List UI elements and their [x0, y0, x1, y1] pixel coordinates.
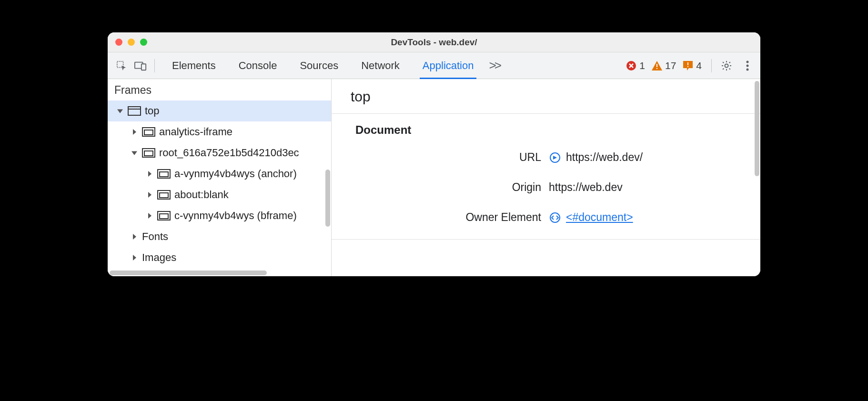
tab-elements[interactable]: Elements — [161, 52, 227, 79]
svg-rect-17 — [144, 151, 153, 156]
panel-tabs: Elements Console Sources Network Applica… — [161, 52, 619, 79]
toolbar: Elements Console Sources Network Applica… — [108, 52, 760, 79]
tree-item-label: c-vynmy4vb4wys (bframe) — [174, 210, 297, 222]
issues-counter[interactable]: 4 — [683, 60, 702, 71]
svg-point-10 — [747, 64, 749, 67]
tree-item-analytics-iframe[interactable]: analytics-iframe — [108, 121, 331, 142]
owner-element-link[interactable]: <#document> — [566, 211, 633, 224]
tab-application[interactable]: Application — [411, 52, 485, 79]
origin-value: https://web.dev — [549, 181, 623, 194]
separator — [332, 239, 760, 240]
reveal-network-icon[interactable] — [549, 151, 561, 164]
svg-rect-19 — [160, 172, 168, 177]
url-value[interactable]: https://web.dev/ — [566, 151, 643, 164]
tree-item-about-blank[interactable]: about:blank — [108, 184, 331, 205]
tree-item-label: about:blank — [174, 189, 229, 201]
svg-rect-4 — [656, 64, 657, 67]
zoom-window-button[interactable] — [140, 39, 147, 46]
device-toolbar-icon[interactable] — [132, 58, 149, 74]
warnings-counter[interactable]: 17 — [652, 60, 676, 71]
chevron-right-icon[interactable] — [146, 212, 153, 220]
sidebar-vertical-scrollbar[interactable] — [325, 170, 330, 227]
iframe-icon — [157, 169, 171, 179]
chevron-right-icon[interactable] — [146, 191, 153, 199]
devtools-window: DevTools - web.dev/ Elements Console Sou… — [108, 32, 760, 276]
issues-count: 4 — [696, 60, 702, 71]
chevron-down-icon[interactable] — [131, 149, 138, 157]
chevron-right-icon[interactable] — [131, 254, 138, 261]
chevron-right-icon[interactable] — [131, 128, 138, 136]
inspect-element-icon[interactable] — [113, 58, 130, 74]
issue-icon — [683, 60, 693, 71]
detail-row-url: URL https://web.dev/ — [332, 142, 760, 172]
tab-sources[interactable]: Sources — [288, 52, 350, 79]
tab-console[interactable]: Console — [227, 52, 289, 79]
iframe-icon — [157, 190, 171, 200]
tree-item-label: root_616a752e1b5d4210d3ec — [159, 147, 299, 159]
frame-detail-panel: top Document URL https://web.dev/ Origin… — [332, 79, 760, 276]
separator — [154, 59, 155, 72]
svg-rect-2 — [141, 64, 146, 70]
tree-item-label: Images — [142, 251, 176, 264]
tree-item-images[interactable]: Images — [108, 247, 331, 268]
chevron-right-icon[interactable] — [146, 170, 153, 178]
frames-sidebar: Frames top — [108, 79, 332, 276]
close-window-button[interactable] — [115, 39, 122, 46]
frames-tree: top analytics-iframe — [108, 100, 331, 268]
reveal-elements-icon[interactable] — [549, 211, 561, 224]
tree-item-top[interactable]: top — [108, 100, 331, 121]
detail-section-title: Document — [332, 114, 760, 142]
tree-item-anchor[interactable]: a-vynmy4vb4wys (anchor) — [108, 163, 331, 184]
status-counters[interactable]: 1 17 4 — [622, 60, 706, 71]
iframe-icon — [157, 211, 171, 221]
chevron-down-icon[interactable] — [116, 107, 124, 115]
detail-key: Origin — [332, 181, 541, 194]
detail-row-owner: Owner Element <#document> — [332, 202, 760, 232]
svg-rect-15 — [144, 130, 153, 135]
iframe-icon — [142, 148, 155, 158]
sidebar-header: Frames — [108, 79, 331, 100]
panel-body: Frames top — [108, 79, 760, 276]
window-icon — [128, 106, 141, 116]
svg-point-11 — [747, 68, 749, 70]
detail-value: https://web.dev/ — [549, 151, 643, 164]
tab-network[interactable]: Network — [350, 52, 411, 79]
detail-key: Owner Element — [332, 211, 541, 224]
tree-item-bframe[interactable]: c-vynmy4vb4wys (bframe) — [108, 205, 331, 226]
errors-counter[interactable]: 1 — [626, 60, 645, 71]
svg-rect-21 — [160, 193, 168, 198]
tree-item-root[interactable]: root_616a752e1b5d4210d3ec — [108, 142, 331, 163]
detail-title: top — [332, 79, 760, 113]
minimize-window-button[interactable] — [128, 39, 135, 46]
window-controls — [108, 39, 147, 46]
separator — [711, 59, 712, 72]
detail-row-origin: Origin https://web.dev — [332, 172, 760, 202]
svg-rect-5 — [656, 68, 657, 69]
tree-item-label: Fonts — [142, 231, 168, 243]
tree-item-label: top — [145, 105, 160, 117]
svg-point-8 — [725, 64, 728, 67]
svg-rect-12 — [128, 107, 141, 115]
chevron-right-icon[interactable] — [131, 233, 138, 241]
warnings-count: 17 — [665, 60, 676, 71]
svg-rect-7 — [687, 66, 688, 67]
window-title: DevTools - web.dev/ — [108, 37, 760, 48]
tree-item-label: a-vynmy4vb4wys (anchor) — [174, 168, 297, 180]
more-tabs-icon[interactable]: >> — [485, 58, 503, 73]
iframe-icon — [142, 127, 155, 137]
settings-icon[interactable] — [717, 57, 736, 75]
sidebar-horizontal-scrollbar[interactable] — [110, 271, 267, 275]
errors-count: 1 — [639, 60, 645, 71]
svg-point-9 — [747, 60, 749, 63]
error-icon — [626, 60, 636, 71]
warning-icon — [652, 60, 662, 71]
detail-vertical-scrollbar[interactable] — [755, 81, 759, 176]
svg-rect-6 — [687, 62, 688, 65]
titlebar: DevTools - web.dev/ — [108, 32, 760, 52]
detail-value: <#document> — [549, 211, 633, 224]
detail-key: URL — [332, 151, 541, 164]
tree-item-fonts[interactable]: Fonts — [108, 226, 331, 247]
more-options-icon[interactable] — [738, 57, 757, 75]
svg-rect-23 — [160, 214, 168, 219]
detail-value: https://web.dev — [549, 181, 623, 194]
